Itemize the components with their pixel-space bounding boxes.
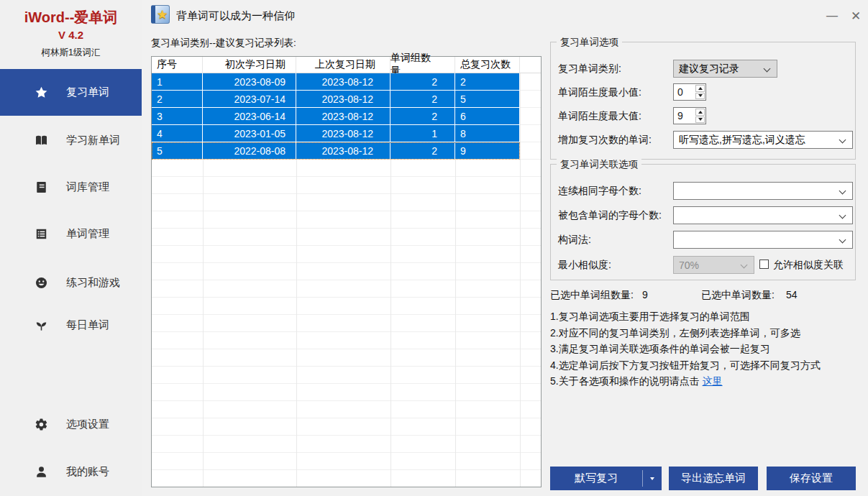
table-cell: 2023-08-12 <box>296 73 390 91</box>
app-title: iWord--爱单词 <box>0 8 142 27</box>
same-letters-label: 连续相同字母个数: <box>558 185 641 198</box>
chevron-down-icon <box>741 262 748 269</box>
chevron-down-icon <box>839 188 846 195</box>
column-header-filler <box>520 57 541 73</box>
table-cell: 9 <box>455 142 520 160</box>
sidebar-item-daily-words[interactable]: 每日单词 <box>0 302 142 349</box>
table-cell: 8 <box>455 125 520 142</box>
contained-letters-label: 被包含单词的字母个数: <box>558 209 662 222</box>
column-header[interactable]: 上次复习日期 <box>296 57 390 73</box>
sidebar-item-word-management[interactable]: 单词管理 <box>0 211 142 257</box>
same-letters-combobox[interactable] <box>673 182 853 200</box>
list-icon <box>34 227 48 242</box>
table-cell: 2023-08-12 <box>296 91 390 108</box>
app-version: V 4.2 <box>0 29 142 41</box>
association-options-group: 复习单词关联选项 连续相同字母个数: 被包含单词的字母个数: 构词法: 最小相似… <box>550 164 856 280</box>
chevron-down-icon <box>839 236 846 244</box>
user-icon <box>34 465 48 479</box>
column-header[interactable]: 初次学习日期 <box>203 57 296 73</box>
table-header[interactable]: 序号初次学习日期上次复习日期单词组数量总复习次数 <box>152 57 541 73</box>
export-forgotten-words-button[interactable]: 导出遗忘单词 <box>669 467 758 490</box>
sidebar-item-label: 我的账号 <box>66 465 109 479</box>
contained-letters-combobox[interactable] <box>673 206 853 224</box>
spin-up-button[interactable] <box>695 85 705 92</box>
table-cell: 2 <box>390 73 455 91</box>
table-cell: 1 <box>152 73 203 91</box>
table-cell: 2023-08-12 <box>296 108 390 125</box>
column-header[interactable]: 序号 <box>152 57 203 73</box>
table-cell: 2023-07-14 <box>203 91 296 108</box>
sidebar-item-wordbank-management[interactable]: 词库管理 <box>0 164 142 211</box>
star-icon <box>34 86 48 100</box>
table-cell: 2023-06-14 <box>203 108 296 125</box>
instruction-line: 5.关于各选项和操作的说明请点击 这里 <box>550 373 859 390</box>
instruction-line: 4.选定单词后按下方复习按钮开始复习，可选择不同复习方式 <box>550 357 859 374</box>
word-formation-label: 构词法: <box>558 234 591 247</box>
table-cell: 2 <box>390 142 455 160</box>
sidebar-item-label: 学习新单词 <box>66 134 120 147</box>
max-unfamiliar-label: 单词陌生度最大值: <box>558 110 641 123</box>
table-cell: 3 <box>152 108 203 125</box>
spin-up-button[interactable] <box>695 109 705 116</box>
chevron-down-icon <box>764 65 771 73</box>
table-caption: 复习单词类别--建议复习记录列表: <box>151 37 296 50</box>
sidebar-item-label: 单词管理 <box>66 227 109 241</box>
instruction-line: 3.满足复习单词关联选项条件的单词会被一起复习 <box>550 341 859 357</box>
table-cell: 2 <box>152 91 203 108</box>
table-cell: 2023-08-12 <box>296 142 390 160</box>
table-cell: 5 <box>152 142 203 160</box>
help-link[interactable]: 这里 <box>703 375 723 387</box>
instructions: 1.复习单词选项主要用于选择复习的单词范围2.对应不同的复习单词类别，左侧列表选… <box>550 308 859 390</box>
gear-icon <box>34 418 48 432</box>
selected-groups-label: 已选中单词组数量: <box>550 289 634 302</box>
table-row[interactable]: 12023-08-092023-08-1222 <box>152 73 520 91</box>
min-unfamiliar-label: 单词陌生度最小值: <box>558 86 641 99</box>
table-cell: 5 <box>455 91 520 108</box>
review-options-group: 复习单词选项 复习单词类别: 建议复习记录 单词陌生度最小值: 0 单词陌生度最… <box>550 42 856 160</box>
table-row[interactable]: 22023-07-142023-08-1225 <box>152 91 520 108</box>
table-cell: 2023-08-09 <box>203 73 296 91</box>
min-unfamiliar-spinner[interactable]: 0 <box>673 83 706 101</box>
app-window: iWord--爱单词 V 4.2 柯林斯1级词汇 复习单词学习新单词词库管理单词… <box>0 0 868 496</box>
spin-down-button[interactable] <box>695 116 705 124</box>
journal-icon <box>34 180 48 195</box>
table-row[interactable]: 42023-01-052023-08-1218 <box>152 125 520 142</box>
table-row[interactable]: 52022-08-082023-08-1229 <box>152 142 520 160</box>
allow-similarity-checkbox[interactable] <box>759 260 769 269</box>
sidebar-item-my-account[interactable]: 我的账号 <box>0 449 142 495</box>
save-settings-button[interactable]: 保存设置 <box>767 467 856 490</box>
sidebar-item-options-settings[interactable]: 选项设置 <box>0 401 142 448</box>
table-cell: 2023-08-12 <box>296 125 390 142</box>
open-book-icon <box>34 134 48 148</box>
dictation-review-button[interactable]: 默写复习 <box>550 467 662 490</box>
minimize-button[interactable]: — <box>821 6 843 26</box>
review-records-table[interactable]: 序号初次学习日期上次复习日期单词组数量总复习次数 12023-08-092023… <box>151 56 542 487</box>
table-cell: 4 <box>152 125 203 142</box>
increase-reviews-label: 增加复习次数的单词: <box>558 134 652 147</box>
sidebar-item-label: 每日单词 <box>66 318 109 332</box>
sprout-icon <box>34 318 48 333</box>
sidebar-item-learn-new-words[interactable]: 学习新单词 <box>0 117 142 164</box>
sidebar-item-label: 选项设置 <box>66 418 109 431</box>
close-button[interactable]: ✕ <box>845 6 867 26</box>
book-star-icon: ★ <box>151 5 170 24</box>
allow-similarity-label: 允许相似度关联 <box>773 259 844 272</box>
column-header[interactable]: 总复习次数 <box>455 57 520 73</box>
app-motto: 背单词可以成为一种信仰 <box>176 9 295 23</box>
increase-reviews-combobox[interactable]: 听写遗忘,拼写遗忘,词义遗忘 <box>673 131 853 149</box>
sidebar-item-review-words[interactable]: 复习单词 <box>0 69 142 116</box>
sidebar-item-practice-and-games[interactable]: 练习和游戏 <box>0 260 142 306</box>
max-unfamiliar-spinner[interactable]: 9 <box>673 107 706 124</box>
category-label: 复习单词类别: <box>558 63 621 75</box>
table-cell: 2022-08-08 <box>203 142 296 160</box>
word-formation-combobox[interactable] <box>673 231 853 249</box>
table-row[interactable]: 32023-06-142023-08-1226 <box>152 108 520 125</box>
review-mode-dropdown-arrow[interactable] <box>643 477 662 480</box>
column-header[interactable]: 单词组数量 <box>390 57 455 73</box>
instruction-line: 1.复习单词选项主要用于选择复习的单词范围 <box>550 308 859 325</box>
sidebar-item-label: 词库管理 <box>66 180 109 194</box>
table-cell: 2 <box>390 91 455 108</box>
min-similarity-label: 最小相似度: <box>558 259 611 272</box>
spin-down-button[interactable] <box>695 93 705 100</box>
category-combobox[interactable]: 建议复习记录 <box>673 60 777 78</box>
